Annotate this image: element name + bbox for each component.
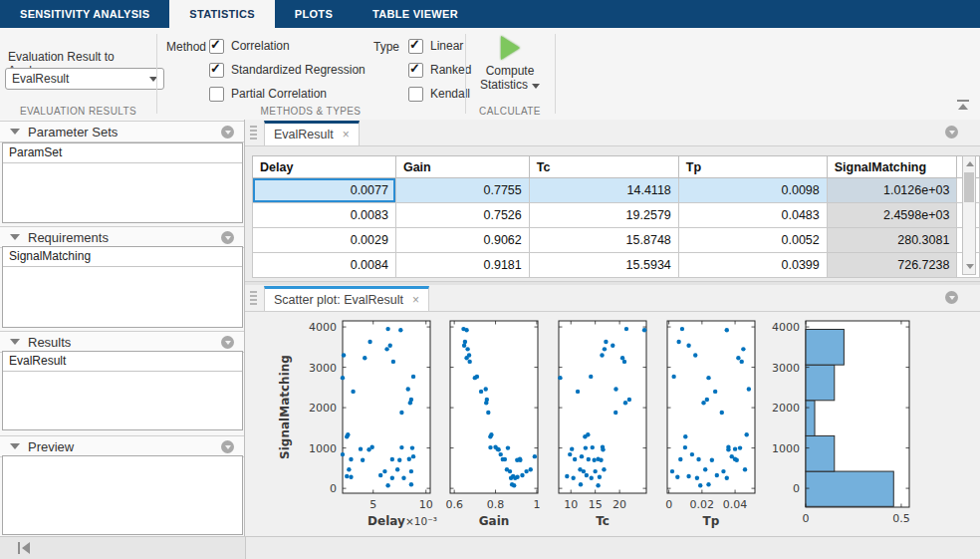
checkbox-kendall[interactable]: Kendall [408, 86, 470, 102]
checkbox-partial-correlation[interactable]: Partial Correlation [209, 86, 327, 102]
table-cell[interactable]: 2.4598e+03 [827, 203, 957, 228]
table-cell[interactable]: 0.0483 [678, 203, 827, 228]
doc-tab-scatter-plot[interactable]: Scatter plot: EvalResult × [264, 286, 429, 311]
drag-grip-icon[interactable] [250, 291, 257, 307]
checkbox-icon[interactable] [408, 63, 423, 78]
table-cell[interactable]: 1.0126e+03 [827, 178, 957, 203]
data-point [624, 327, 628, 331]
table-cell[interactable]: 280.3081 [827, 228, 957, 253]
tabstrip-menu-icon[interactable] [945, 291, 958, 304]
checkbox-icon[interactable] [209, 39, 224, 54]
checkbox-icon[interactable] [209, 63, 224, 78]
data-point [411, 454, 415, 458]
column-header[interactable]: Tp [678, 156, 827, 178]
list-item[interactable]: SignalMatching [3, 247, 242, 267]
table-cell[interactable]: 0.0052 [678, 228, 827, 253]
svg-text:Delay: Delay [368, 514, 405, 528]
tab-plots[interactable]: PLOTS [275, 0, 353, 28]
collapse-triangle-icon[interactable] [10, 443, 20, 449]
data-point [584, 445, 588, 449]
panel-header-results[interactable]: Results [0, 331, 244, 353]
checkbox-icon[interactable] [209, 87, 224, 102]
panel-menu-icon[interactable] [221, 231, 234, 244]
scrollbar-thumb[interactable] [964, 172, 974, 202]
checkbox-icon[interactable] [408, 87, 423, 102]
svg-text:1: 1 [533, 498, 540, 511]
data-point [642, 328, 646, 332]
panel-menu-icon[interactable] [221, 440, 234, 453]
table-cell[interactable]: 0.0084 [253, 253, 396, 278]
table-cell[interactable]: 15.5934 [529, 253, 678, 278]
scatter-tc: 101520Tc [558, 321, 646, 528]
table-vertical-scrollbar[interactable] [962, 155, 976, 275]
column-header[interactable]: Tc [529, 156, 678, 178]
table-cell[interactable]: 0.7526 [395, 203, 529, 228]
data-point [591, 445, 595, 449]
svg-text:Tc: Tc [596, 514, 610, 528]
table-cell[interactable]: 14.4118 [529, 178, 678, 203]
results-list[interactable]: EvalResult [2, 351, 243, 430]
panel-header-requirements[interactable]: Requirements [0, 226, 244, 248]
drag-grip-icon[interactable] [250, 126, 257, 141]
data-point [385, 327, 389, 331]
data-point [397, 458, 401, 462]
table-cell[interactable]: 0.0399 [678, 253, 827, 278]
parameter-sets-list[interactable]: ParamSet [2, 142, 243, 223]
tab-table-viewer[interactable]: TABLE VIEWER [353, 0, 478, 28]
scroll-down-icon[interactable] [966, 264, 974, 269]
collapse-triangle-icon[interactable] [10, 129, 20, 135]
data-point [363, 356, 367, 360]
data-point [603, 347, 607, 351]
checkbox-standardized-regression[interactable]: Standardized Regression [209, 62, 366, 78]
checkbox-correlation[interactable]: Correlation [209, 38, 290, 54]
collapse-triangle-icon[interactable] [10, 339, 20, 345]
table-cell[interactable]: 0.0083 [253, 203, 396, 228]
data-point [390, 457, 394, 461]
table-cell[interactable]: 0.0098 [678, 178, 827, 203]
data-point [385, 483, 389, 487]
panel-header-preview[interactable]: Preview [0, 435, 244, 457]
data-point [573, 457, 577, 461]
table-cell[interactable]: 0.9062 [395, 228, 529, 253]
panel-menu-icon[interactable] [221, 126, 234, 139]
collapse-ribbon-button[interactable] [956, 100, 970, 110]
panel-header-parameter-sets[interactable]: Parameter Sets [0, 121, 244, 142]
tab-statistics[interactable]: STATISTICS [169, 0, 275, 28]
table-cell[interactable]: 19.2579 [529, 203, 678, 228]
scroll-left-icon[interactable] [18, 542, 32, 554]
table-cell[interactable]: 726.7238 [827, 253, 957, 278]
tabstrip-menu-icon[interactable] [945, 126, 958, 139]
compute-statistics-button[interactable]: Compute Statistics [468, 32, 552, 110]
data-point [479, 390, 483, 394]
tab-sensitivity-analysis[interactable]: SENSITIVITY ANALYSIS [0, 0, 169, 28]
close-icon[interactable]: × [343, 130, 350, 140]
section-label-methods-types: METHODS & TYPES [156, 106, 465, 117]
table-cell[interactable]: 0.7755 [395, 178, 529, 203]
checkbox-icon[interactable] [408, 39, 423, 54]
table-cell[interactable]: 15.8748 [529, 228, 678, 253]
column-header[interactable]: Gain [395, 156, 529, 178]
scatter-plot-canvas[interactable]: 51001000200030004000Delay×10⁻³0.60.81Gai… [245, 311, 980, 536]
checkbox-ranked[interactable]: Ranked [408, 62, 471, 78]
histogram-bar [806, 330, 844, 366]
evaluation-result-dropdown[interactable]: EvalResult [5, 68, 164, 90]
collapse-triangle-icon[interactable] [10, 234, 20, 240]
table-cell[interactable]: 0.0029 [253, 228, 396, 253]
doc-tab-evalresult[interactable]: EvalResult × [264, 121, 360, 145]
close-icon[interactable]: × [412, 295, 419, 305]
data-point [602, 467, 606, 471]
column-header[interactable]: SignalMatching [827, 156, 957, 178]
table-cell[interactable]: 0.9181 [395, 253, 529, 278]
scroll-up-icon[interactable] [966, 161, 974, 166]
list-item[interactable]: ParamSet [3, 143, 242, 163]
svg-text:SignalMatching: SignalMatching [278, 355, 292, 459]
data-point [529, 467, 533, 471]
sidebar-hscrollbar[interactable] [0, 537, 246, 559]
table-cell[interactable]: 0.0077 [253, 178, 396, 203]
column-header[interactable]: Delay [253, 156, 396, 178]
list-item[interactable]: EvalResult [3, 352, 242, 372]
requirements-list[interactable]: SignalMatching [2, 246, 243, 328]
panel-menu-icon[interactable] [221, 336, 234, 349]
svg-text:2000: 2000 [309, 402, 337, 415]
checkbox-linear[interactable]: Linear [408, 38, 463, 54]
